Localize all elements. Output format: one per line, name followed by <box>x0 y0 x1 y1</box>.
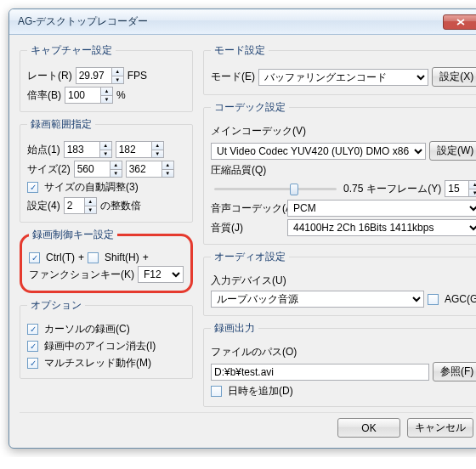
keyframe-label: キーフレーム(Y) <box>366 182 441 196</box>
dialog-window: AG-デスクトップレコーダー キャプチャー設定 レート(R) ▲▼ FPS 倍率… <box>8 8 476 449</box>
capture-group: キャプチャー設定 レート(R) ▲▼ FPS 倍率(B) ▲▼ % <box>20 43 193 112</box>
hideicon-checkbox[interactable]: ✓ <box>27 341 38 352</box>
rate-label: レート(R) <box>27 69 72 83</box>
hideicon-label: 録画中のアイコン消去(I) <box>44 339 156 353</box>
rate-unit: FPS <box>128 70 147 82</box>
start-label: 始点(1) <box>27 143 60 157</box>
titlebar: AG-デスクトップレコーダー <box>9 9 476 35</box>
multithread-label: マルチスレッド動作(M) <box>44 356 151 370</box>
mult-spinner[interactable]: ▲▼ <box>64 197 97 214</box>
scale-unit: % <box>116 89 126 101</box>
scale-spinner[interactable]: ▲▼ <box>65 87 113 104</box>
audiocodec-label: 音声コーデック(A) <box>211 201 284 216</box>
size-h-spinner[interactable]: ▲▼ <box>126 161 174 178</box>
capture-legend: キャプチャー設定 <box>27 43 116 58</box>
range-group: 録画範囲指定 始点(1) ▲▼ ▲▼ サイズ(2) ▲▼ ▲▼ ✓ サイズの自動… <box>20 117 193 223</box>
path-input[interactable] <box>211 364 429 381</box>
audioquality-select[interactable]: 44100Hz 2Ch 16Bits 1411kbps <box>287 219 476 236</box>
options-legend: オプション <box>27 298 85 313</box>
codec-group: コーデック設定 メインコーデック(V) Ut Video Codec YUV42… <box>203 100 476 245</box>
audio-group: オーディオ設定 入力デバイス(U) ループバック音源 AGC(G) <box>203 250 476 316</box>
cursor-label: カーソルの録画(C) <box>44 322 130 336</box>
codec-legend: コーデック設定 <box>211 100 289 115</box>
rate-spinner[interactable]: ▲▼ <box>76 67 124 84</box>
codec-settings-button[interactable]: 設定(W) <box>429 141 476 161</box>
browse-button[interactable]: 参照(F) <box>433 362 476 381</box>
mode-legend: モード設定 <box>211 43 269 58</box>
mode-label: モード(E) <box>211 70 255 84</box>
cursor-checkbox[interactable]: ✓ <box>27 324 38 335</box>
size-label: サイズ(2) <box>27 162 71 177</box>
audiocodec-select[interactable]: PCM <box>287 200 476 217</box>
start-y-spinner[interactable]: ▲▼ <box>116 141 164 158</box>
quality-value: 0.75 <box>343 183 363 195</box>
device-label: 入力デバイス(U) <box>211 274 286 288</box>
hotkey-group: 録画制御キー設定 ✓ Ctrl(T) + Shift(H) + ファンクションキ… <box>20 228 193 293</box>
datetime-label: 日時を追加(D) <box>228 384 293 398</box>
scale-label: 倍率(B) <box>27 88 61 103</box>
fnkey-label: ファンクションキー(K) <box>29 268 134 282</box>
maincodec-select[interactable]: Ut Video Codec YUV420 (ULY0) DMO x86 <box>211 143 426 160</box>
maincodec-label: メインコーデック(V) <box>211 124 306 138</box>
close-button[interactable] <box>443 14 476 30</box>
quality-slider[interactable] <box>214 188 337 190</box>
audioquality-label: 音質(J) <box>211 221 284 235</box>
autosize-checkbox[interactable]: ✓ <box>27 182 38 193</box>
mode-settings-button[interactable]: 設定(X) <box>432 67 476 87</box>
output-group: 録画出力 ファイルのパス(O) 参照(F) 日時を追加(D) <box>203 321 476 407</box>
dialog-footer: OK キャンセル <box>20 412 473 438</box>
quality-label: 圧縮品質(Q) <box>211 163 266 178</box>
fnkey-select[interactable]: F12 <box>138 266 184 283</box>
rate-input[interactable] <box>76 67 111 84</box>
path-label: ファイルのパス(O) <box>211 345 297 359</box>
mult-label2: の整数倍 <box>100 199 141 213</box>
ok-button[interactable]: OK <box>337 418 400 438</box>
mode-select[interactable]: バッファリングエンコード <box>258 69 428 86</box>
shift-label: Shift(H) <box>105 251 139 263</box>
cancel-button[interactable]: キャンセル <box>407 418 473 438</box>
range-legend: 録画範囲指定 <box>27 117 95 132</box>
scale-input[interactable] <box>65 87 100 104</box>
output-legend: 録画出力 <box>211 321 258 336</box>
window-title: AG-デスクトップレコーダー <box>18 14 443 29</box>
size-w-spinner[interactable]: ▲▼ <box>74 161 122 178</box>
agc-checkbox[interactable] <box>428 294 439 305</box>
mode-group: モード設定 モード(E) バッファリングエンコード 設定(X) <box>203 43 476 95</box>
ctrl-label: Ctrl(T) <box>46 251 75 263</box>
start-x-spinner[interactable]: ▲▼ <box>64 141 112 158</box>
ctrl-checkbox[interactable]: ✓ <box>29 252 40 263</box>
datetime-checkbox[interactable] <box>211 386 222 397</box>
agc-label: AGC(G) <box>445 293 476 305</box>
options-group: オプション ✓カーソルの録画(C) ✓録画中のアイコン消去(I) ✓マルチスレッ… <box>20 298 193 379</box>
spin-up-icon[interactable]: ▲ <box>112 68 123 76</box>
hotkey-legend: 録画制御キー設定 <box>29 228 117 242</box>
mult-label1: 設定(4) <box>27 199 60 213</box>
device-select[interactable]: ループバック音源 <box>211 291 424 308</box>
autosize-label: サイズの自動調整(3) <box>44 180 139 195</box>
spin-down-icon[interactable]: ▼ <box>112 76 123 84</box>
audio-legend: オーディオ設定 <box>211 250 289 264</box>
shift-checkbox[interactable] <box>88 252 99 263</box>
multithread-checkbox[interactable]: ✓ <box>27 358 38 369</box>
keyframe-spinner[interactable]: ▲▼ <box>445 180 476 197</box>
